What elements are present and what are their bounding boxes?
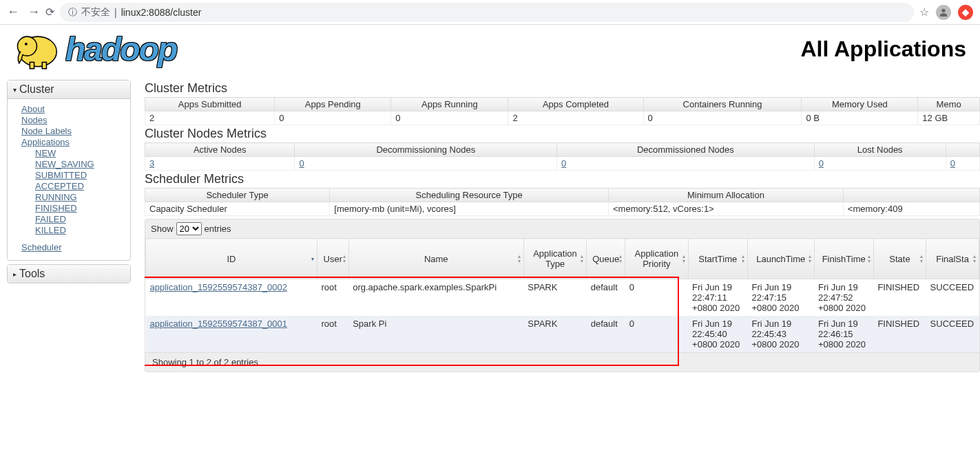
nodes-metrics-table: Active NodesDecommissioning NodesDecommi… bbox=[145, 142, 980, 171]
table-cell: Fri Jun 19 22:47:52 +0800 2020 bbox=[814, 279, 873, 316]
applications-table: ID▾User▴▾Name▴▾Application Type▴▾Queue▴▾… bbox=[145, 238, 979, 352]
nav-new-saving[interactable]: NEW_SAVING bbox=[35, 159, 123, 169]
nav-node-labels[interactable]: Node Labels bbox=[21, 126, 123, 136]
svg-rect-5 bbox=[42, 62, 46, 68]
column-header[interactable]: Name▴▾ bbox=[348, 239, 523, 279]
elephant-icon bbox=[10, 25, 65, 73]
applications-table-wrapper: Show 20 entries ID▾User▴▾Name▴▾Applicati… bbox=[145, 219, 980, 372]
nav-failed[interactable]: FAILED bbox=[35, 214, 123, 224]
metrics-header bbox=[946, 143, 979, 157]
nav-killed[interactable]: KILLED bbox=[35, 225, 123, 235]
page-title: All Applications bbox=[800, 36, 966, 62]
column-header[interactable]: StartTime▴▾ bbox=[688, 239, 747, 279]
nav-running[interactable]: RUNNING bbox=[35, 192, 123, 202]
main-content: Cluster Metrics Apps SubmittedApps Pendi… bbox=[145, 80, 980, 372]
metrics-header: Memory Used bbox=[802, 98, 918, 111]
table-cell: application_1592559574387_0002 bbox=[146, 279, 317, 316]
metrics-link[interactable]: 0 bbox=[950, 158, 955, 169]
bookmark-icon[interactable]: ☆ bbox=[919, 6, 929, 19]
nav-nodes[interactable]: Nodes bbox=[21, 115, 123, 125]
svg-point-3 bbox=[25, 43, 28, 45]
page-size-select[interactable]: 20 bbox=[176, 222, 202, 235]
cluster-metrics-table: Apps SubmittedApps PendingApps RunningAp… bbox=[145, 97, 980, 125]
datatable-length-control: Show 20 entries bbox=[145, 219, 979, 238]
cluster-panel-header[interactable]: Cluster bbox=[8, 80, 130, 99]
metrics-cell: 0 B bbox=[802, 111, 918, 125]
column-header[interactable]: Queue▴▾ bbox=[587, 239, 625, 279]
hadoop-logo[interactable]: hadoop bbox=[10, 25, 176, 73]
info-icon: ⓘ bbox=[68, 6, 77, 19]
column-header[interactable]: User▴▾ bbox=[317, 239, 348, 279]
sort-icon: ▴▾ bbox=[581, 254, 583, 263]
sort-icon: ▴▾ bbox=[920, 254, 923, 263]
application-link[interactable]: application_1592559574387_0002 bbox=[150, 282, 288, 292]
page-header: hadoop All Applications bbox=[0, 25, 980, 76]
scheduler-metrics-table: Scheduler TypeScheduling Resource TypeMi… bbox=[145, 188, 980, 216]
forward-button[interactable]: → bbox=[28, 5, 40, 19]
column-header[interactable]: FinalSta▴▾ bbox=[926, 239, 979, 279]
metrics-link[interactable]: 0 bbox=[561, 158, 566, 169]
nav-submitted[interactable]: SUBMITTED bbox=[35, 170, 123, 180]
show-label: Show bbox=[151, 224, 174, 234]
metrics-cell: Capacity Scheduler bbox=[145, 202, 330, 216]
metrics-cell: 12 GB bbox=[918, 111, 980, 125]
application-link[interactable]: application_1592559574387_0001 bbox=[150, 319, 288, 329]
reload-button[interactable]: ⟳ bbox=[45, 6, 54, 19]
logo-text: hadoop bbox=[65, 30, 176, 68]
table-cell: SUCCEED bbox=[926, 316, 979, 352]
cluster-metrics-heading: Cluster Metrics bbox=[145, 81, 980, 96]
metrics-link[interactable]: 0 bbox=[299, 158, 304, 169]
metrics-cell: <memory:512, vCores:1> bbox=[609, 202, 844, 216]
sort-icon: ▴▾ bbox=[518, 254, 521, 263]
url-bar[interactable]: ⓘ 不安全 | linux2:8088/cluster bbox=[60, 3, 914, 22]
metrics-cell: 0 bbox=[275, 111, 391, 125]
sort-icon: ▴▾ bbox=[682, 254, 685, 263]
metrics-header: Apps Running bbox=[391, 98, 508, 111]
metrics-link[interactable]: 3 bbox=[149, 158, 154, 169]
nav-new[interactable]: NEW bbox=[35, 148, 123, 158]
nav-about[interactable]: About bbox=[21, 104, 123, 114]
sort-icon: ▴▾ bbox=[973, 254, 976, 263]
column-header[interactable]: Application Type▴▾ bbox=[523, 239, 586, 279]
metrics-cell: 0 bbox=[946, 157, 979, 171]
url-text: linux2:8088/cluster bbox=[121, 7, 202, 18]
nav-scheduler[interactable]: Scheduler bbox=[21, 242, 123, 252]
insecure-label: 不安全 bbox=[81, 6, 110, 19]
sort-icon: ▴▾ bbox=[809, 254, 811, 263]
sidebar: Cluster About Nodes Node Labels Applicat… bbox=[7, 80, 131, 372]
extension-icon[interactable]: ◆ bbox=[958, 5, 973, 20]
tools-panel-title: Tools bbox=[19, 268, 45, 280]
column-header[interactable]: State▴▾ bbox=[873, 239, 926, 279]
table-cell: application_1592559574387_0001 bbox=[146, 316, 317, 352]
nav-finished[interactable]: FINISHED bbox=[35, 203, 123, 213]
nav-applications[interactable]: Applications bbox=[21, 137, 123, 147]
metrics-link[interactable]: 0 bbox=[819, 158, 824, 169]
metrics-header: Decommissioned Nodes bbox=[557, 143, 815, 157]
profile-icon[interactable] bbox=[936, 5, 951, 20]
svg-point-0 bbox=[941, 8, 945, 12]
table-cell: Fri Jun 19 22:45:43 +0800 2020 bbox=[747, 316, 814, 352]
metrics-header: Memo bbox=[918, 98, 980, 111]
metrics-header bbox=[843, 189, 979, 202]
metrics-header: Scheduling Resource Type bbox=[330, 189, 609, 202]
nav-accepted[interactable]: ACCEPTED bbox=[35, 181, 123, 191]
metrics-header: Minimum Allocation bbox=[609, 189, 844, 202]
tools-panel-header[interactable]: Tools bbox=[8, 265, 130, 283]
column-header[interactable]: Application Priority▴▾ bbox=[625, 239, 688, 279]
sort-icon: ▾ bbox=[311, 257, 314, 261]
column-header[interactable]: FinishTime▴▾ bbox=[814, 239, 873, 279]
column-header[interactable]: ID▾ bbox=[146, 239, 317, 279]
nodes-metrics-heading: Cluster Nodes Metrics bbox=[145, 127, 980, 141]
table-cell: Fri Jun 19 22:46:15 +0800 2020 bbox=[814, 316, 873, 352]
metrics-header: Decommissioning Nodes bbox=[295, 143, 557, 157]
metrics-cell: 0 bbox=[295, 157, 557, 171]
sort-icon: ▴▾ bbox=[742, 254, 744, 263]
column-header[interactable]: LaunchTime▴▾ bbox=[747, 239, 814, 279]
back-button[interactable]: ← bbox=[7, 5, 19, 19]
tools-panel: Tools bbox=[7, 264, 131, 283]
table-cell: Fri Jun 19 22:45:40 +0800 2020 bbox=[688, 316, 747, 352]
metrics-cell: 3 bbox=[145, 157, 295, 171]
table-row: application_1592559574387_0002rootorg.ap… bbox=[146, 279, 979, 316]
metrics-cell: 2 bbox=[508, 111, 643, 125]
table-cell: FINISHED bbox=[873, 316, 926, 352]
